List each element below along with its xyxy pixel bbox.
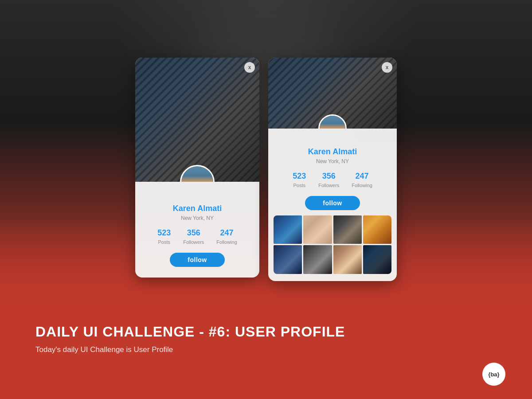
grid-photo-7[interactable] [333, 245, 362, 274]
profile-card-small: x Karen Almati New York, NY 523 Posts 35… [135, 58, 259, 278]
photo-section: x Karen Almati New York, NY 523 Posts 35… [0, 0, 532, 306]
ba-badge[interactable]: {ba} [482, 363, 505, 386]
following-count-large[interactable]: 247 [352, 172, 372, 181]
grid-photo-8[interactable] [363, 245, 391, 274]
grid-photo-1[interactable] [274, 215, 302, 244]
following-label-small: Following [216, 239, 237, 245]
posts-count-large[interactable]: 523 [293, 172, 306, 181]
following-stat-large: 247 Following [352, 172, 372, 189]
followers-label-small: Followers [183, 239, 204, 245]
cover-photo-large: x [268, 58, 397, 129]
avatar-large [318, 114, 347, 129]
username-large[interactable]: Karen Almati [268, 147, 397, 156]
avatar-image-small [181, 166, 213, 182]
challenge-subtitle: Today's daily UI Challenge is User Profi… [35, 345, 497, 354]
grid-photo-2[interactable] [303, 215, 332, 244]
card-info-large: Karen Almati New York, NY 523 Posts 356 … [268, 129, 397, 210]
stats-row-large: 523 Posts 356 Followers 247 Following [268, 172, 397, 189]
grid-photo-4[interactable] [363, 215, 391, 244]
profile-card-large: x Karen Almati New York, NY 523 Posts 35… [268, 58, 397, 281]
following-count-small[interactable]: 247 [216, 228, 237, 238]
posts-label-small: Posts [158, 239, 170, 245]
followers-label-large: Followers [318, 183, 339, 188]
location-small: New York, NY [135, 215, 259, 221]
avatar-small [180, 165, 215, 182]
photo-grid [274, 215, 391, 274]
following-label-large: Following [352, 183, 372, 188]
card-info-small: Karen Almati New York, NY 523 Posts 356 … [135, 182, 259, 267]
followers-count-small[interactable]: 356 [183, 228, 204, 238]
posts-stat-small: 523 Posts [157, 228, 171, 246]
location-large: New York, NY [268, 158, 397, 164]
username-small[interactable]: Karen Almati [135, 204, 259, 213]
followers-count-large[interactable]: 356 [318, 172, 339, 181]
followers-stat-large: 356 Followers [318, 172, 339, 189]
bottom-section: Daily UI Challenge - #6: User Profile To… [0, 306, 532, 399]
grid-photo-3[interactable] [333, 215, 362, 244]
posts-label-large: Posts [293, 183, 305, 188]
challenge-title: Daily UI Challenge - #6: User Profile [35, 324, 497, 340]
follow-button-large[interactable]: follow [305, 196, 360, 210]
followers-stat-small: 356 Followers [183, 228, 204, 246]
close-button-large[interactable]: x [382, 62, 392, 73]
grid-photo-5[interactable] [274, 245, 302, 274]
cover-photo-small: x [135, 58, 259, 182]
avatar-image-large [320, 116, 345, 129]
posts-stat-large: 523 Posts [293, 172, 306, 189]
following-stat-small: 247 Following [216, 228, 237, 246]
stats-row-small: 523 Posts 356 Followers 247 Following [135, 228, 259, 246]
grid-photo-6[interactable] [303, 245, 332, 274]
posts-count-small[interactable]: 523 [157, 228, 171, 238]
cards-container: x Karen Almati New York, NY 523 Posts 35… [135, 58, 397, 281]
close-button-small[interactable]: x [244, 62, 255, 73]
follow-button-small[interactable]: follow [170, 253, 224, 267]
